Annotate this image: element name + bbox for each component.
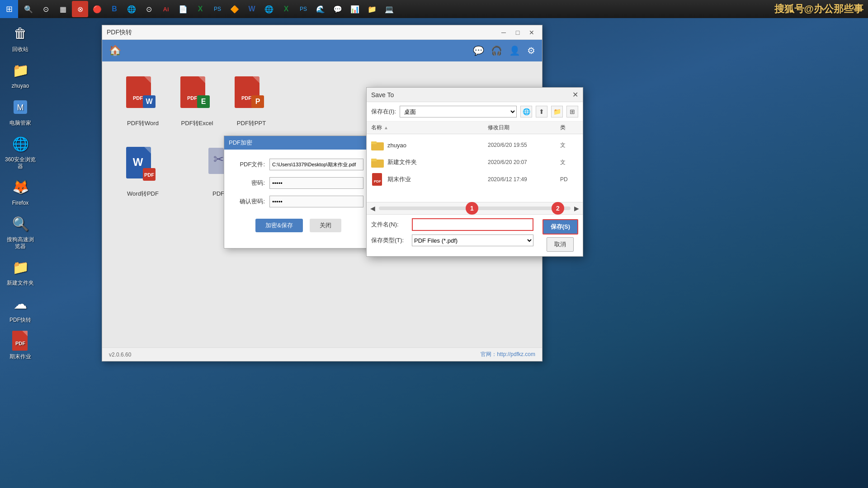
feature-pdf-to-excel[interactable]: PDF E PDF转Excel — [175, 75, 220, 127]
homework-save-icon: PDF — [371, 173, 384, 186]
taskbar-app-w[interactable]: W — [244, 1, 260, 17]
taskbar-app-computer[interactable]: 💻 — [381, 1, 397, 17]
save-file-item-newfolder[interactable]: 新建文件夹 2020/6/20 20:07 文 — [367, 154, 583, 171]
feature-word-to-pdf[interactable]: W PDF Word转PDF — [120, 145, 165, 198]
taskbar-app-cloud[interactable]: 🌊 — [312, 1, 329, 17]
toolbar-user-icon[interactable]: 👤 — [509, 45, 520, 56]
encrypt-save-button[interactable]: 加密&保存 — [255, 219, 303, 232]
feature-pdf-to-word[interactable]: PDF W PDF转Word — [120, 75, 165, 127]
toolbar-chat-icon[interactable]: 💬 — [473, 45, 484, 56]
encrypt-password-input[interactable] — [269, 177, 363, 189]
newfolder-save-icon — [371, 156, 384, 169]
desktop-icon-newfolder[interactable]: 📁 新建文件夹 — [5, 256, 36, 286]
taskbar-app-ps[interactable]: PS — [209, 1, 226, 17]
taskbar-app-4[interactable]: 🌐 — [123, 1, 140, 17]
svg-text:PDF: PDF — [15, 341, 25, 346]
homework-label: 期末作业 — [9, 353, 31, 360]
save-titlebar: Save To ✕ — [367, 88, 583, 102]
desktop-icon-sogou[interactable]: 🔍 搜狗高速浏览器 — [5, 213, 36, 249]
taskbar-app-6[interactable]: 📄 — [175, 1, 191, 17]
desktop-icon-recycle[interactable]: 🗑 回收站 — [5, 23, 36, 52]
save-scroll-next[interactable]: ▶ — [574, 205, 579, 212]
taskbar-cortana[interactable]: ⊙ — [38, 1, 54, 17]
encrypt-confirm-label: 确认密码: — [233, 197, 269, 206]
encrypt-close-button[interactable]: 关闭 — [310, 219, 341, 232]
save-filetype-row: 保存类型(T): PDF Files (*.pdf) — [371, 235, 533, 246]
encrypt-file-label: PDF文件: — [233, 160, 269, 169]
save-close-button[interactable]: ✕ — [572, 90, 578, 99]
firefox-label: Firefox — [12, 200, 29, 206]
newfolder-file-date: 2020/6/20 20:07 — [488, 159, 560, 165]
toolbar-settings-icon[interactable]: ⚙ — [527, 45, 535, 56]
desktop-icon-pcmanager[interactable]: M 电脑管家 — [5, 96, 36, 126]
feature-pdf-to-ppt[interactable]: PDF P PDF转PPT — [229, 75, 274, 127]
taskbar-app-chat[interactable]: 💬 — [330, 1, 346, 17]
save-toolbar-view-icon[interactable]: ⊞ — [566, 106, 578, 117]
taskbar-search[interactable]: 🔍 — [20, 1, 37, 17]
svg-text:E: E — [201, 98, 206, 105]
save-filetype-select[interactable]: PDF Files (*.pdf) — [412, 235, 533, 246]
save-col-date-header: 修改日期 — [488, 124, 560, 131]
sogou-icon: 🔍 — [9, 213, 31, 235]
save-file-item-zhuyao[interactable]: zhuyao 2020/6/20 19:55 文 — [367, 136, 583, 154]
taskbar-app-ai[interactable]: Ai — [158, 1, 174, 17]
pdfkz-icon: ☁ — [9, 293, 31, 315]
save-toolbar-globe-icon[interactable]: 🌐 — [520, 106, 532, 117]
encrypt-modal-content: PDF文件: 密码: 确认密码: 加密&保存 关闭 — [224, 150, 373, 248]
encrypt-confirm-input[interactable] — [269, 196, 363, 207]
taskbar-icons: 🔍 ⊙ ▦ ⊗ 🔴 B 🌐 ⊙ Ai 📄 X PS 🔶 W 🌐 X PS 🌊 💬… — [18, 1, 400, 17]
taskbar-app-8[interactable]: 🔶 — [226, 1, 243, 17]
pdf-toolbar-right: 💬 🎧 👤 ⚙ — [473, 45, 535, 56]
close-button[interactable]: ✕ — [526, 28, 538, 38]
zhuyao-icon: 📁 — [9, 59, 31, 81]
svg-text:✂: ✂ — [213, 152, 224, 166]
home-button[interactable]: 🏠 — [109, 45, 121, 56]
taskbar-app-ps2[interactable]: PS — [295, 1, 311, 17]
save-filename-input-wrap — [412, 218, 533, 231]
svg-text:P: P — [255, 98, 260, 105]
start-button[interactable]: ⊞ — [0, 0, 18, 18]
360-icon: 🌐 — [9, 133, 31, 155]
pdf-official-link[interactable]: 官网：http://pdfkz.com — [481, 351, 535, 358]
pdf-to-word-icon: PDF W — [125, 75, 161, 116]
taskbar-app-x2[interactable]: X — [278, 1, 294, 17]
zhuyao-folder-icon — [371, 139, 384, 151]
desktop-icon-zhuyao[interactable]: 📁 zhuyao — [5, 59, 36, 89]
taskbar-app-2[interactable]: 🔴 — [89, 1, 105, 17]
taskbar-app-9[interactable]: 🌐 — [261, 1, 277, 17]
minimize-button[interactable]: ─ — [498, 28, 509, 38]
feature-pdf-to-excel-label: PDF转Excel — [181, 119, 213, 127]
save-file-item-homework[interactable]: PDF 期末作业 2020/6/12 17:49 PD — [367, 171, 583, 188]
save-toolbar-newfolder-icon[interactable]: 📁 — [551, 106, 563, 117]
encrypt-file-input[interactable] — [269, 159, 363, 170]
save-cancel-button[interactable]: 取消 — [547, 237, 574, 252]
save-scroll-prev[interactable]: ◀ — [370, 205, 375, 212]
desktop-icon-firefox[interactable]: 🦊 Firefox — [5, 176, 36, 206]
watermark: 搜狐号@办公那些事 — [774, 2, 863, 16]
pdf-titlebar: PDF快转 ─ □ ✕ — [102, 25, 542, 40]
taskbar-task-view[interactable]: ▦ — [55, 1, 71, 17]
desktop-icon-pdfkz[interactable]: ☁ PDF快转 — [5, 293, 36, 323]
encrypt-modal-title: PDF加密 — [229, 139, 252, 147]
save-save-button[interactable]: 保存(S) — [542, 219, 578, 235]
homework-icon: PDF — [9, 330, 31, 352]
taskbar-app-1[interactable]: ⊗ — [72, 1, 88, 17]
taskbar-app-5[interactable]: ⊙ — [141, 1, 157, 17]
maximize-button[interactable]: □ — [512, 28, 524, 38]
svg-text:PDF: PDF — [241, 95, 251, 101]
svg-rect-38 — [371, 141, 377, 144]
save-toolbar-upload-icon[interactable]: ⬆ — [536, 106, 547, 117]
homework-file-date: 2020/6/12 17:49 — [488, 176, 560, 183]
desktop-icon-homework[interactable]: PDF 期末作业 — [5, 330, 36, 360]
taskbar-app-7[interactable]: X — [192, 1, 208, 17]
taskbar-app-excel[interactable]: 📊 — [347, 1, 363, 17]
desktop-icon-360[interactable]: 🌐 360安全浏览器 — [5, 133, 36, 169]
pcmanager-label: 电脑管家 — [9, 120, 31, 126]
toolbar-headset-icon[interactable]: 🎧 — [491, 45, 502, 56]
recycle-icon: 🗑 — [9, 23, 31, 44]
taskbar-app-3[interactable]: B — [106, 1, 123, 17]
taskbar-app-folder[interactable]: 📁 — [364, 1, 380, 17]
pdf-titlebar-controls: ─ □ ✕ — [498, 28, 538, 38]
save-location-select[interactable]: 桌面 — [400, 106, 517, 117]
save-filename-input[interactable] — [412, 218, 533, 231]
